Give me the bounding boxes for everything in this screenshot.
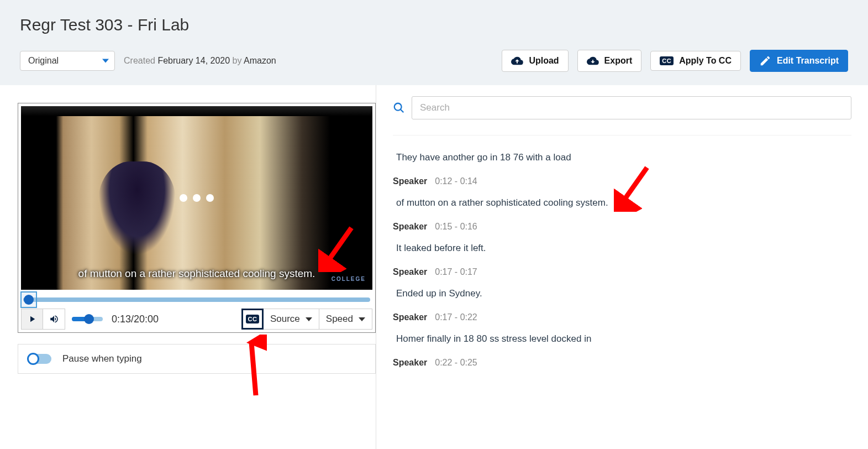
annotation-arrow-cc — [228, 335, 267, 403]
svg-point-2 — [394, 103, 402, 111]
play-button[interactable] — [21, 309, 43, 330]
search-input[interactable] — [412, 96, 851, 119]
created-text: Created February 14, 2020 by Amazon — [124, 56, 276, 66]
annotation-arrow-transcript — [614, 162, 653, 214]
transcript-line[interactable]: It leaked before it left. — [393, 243, 841, 254]
svg-line-3 — [401, 109, 404, 113]
speed-label: Speed — [326, 314, 353, 325]
pause-option-row: Pause when typing — [18, 344, 376, 374]
main: of mutton on a rather sophisticated cool… — [0, 85, 868, 449]
speaker-label: Speaker — [393, 222, 427, 231]
volume-icon — [49, 314, 59, 324]
created-date: February 14, 2020 — [157, 56, 230, 65]
transcript-line[interactable]: Homer finally in 18 80 ss stress level d… — [393, 333, 841, 344]
divider — [393, 135, 851, 135]
timestamp: 0:15 - 0:16 — [435, 222, 477, 231]
version-select[interactable]: Original — [20, 51, 115, 71]
upload-label: Upload — [529, 56, 559, 66]
caption-overlay: of mutton on a rather sophisticated cool… — [78, 268, 315, 280]
volume-slider[interactable] — [72, 317, 103, 321]
transcript-speaker: Speaker0:17 - 0:17 — [393, 267, 841, 277]
video-surface[interactable]: of mutton on a rather sophisticated cool… — [21, 106, 372, 290]
player-controls: 0:13/20:00 CC Source Speed — [21, 309, 372, 330]
seek-bar[interactable] — [23, 297, 370, 302]
header: Regr Test 303 - Fri Lab Original Created… — [0, 0, 868, 85]
export-button[interactable]: Export — [577, 50, 642, 72]
video-player: of mutton on a rather sophisticated cool… — [18, 103, 376, 333]
cc-toggle-button[interactable]: CC — [241, 309, 264, 330]
timestamp: 0:17 - 0:17 — [435, 267, 477, 276]
edit-label: Edit Transcript — [777, 56, 839, 66]
speaker-label: Speaker — [393, 176, 427, 186]
left-pane: of mutton on a rather sophisticated cool… — [0, 85, 376, 449]
version-selected: Original — [28, 56, 59, 65]
transcript-speaker: Speaker0:15 - 0:16 — [393, 222, 841, 232]
chevron-down-icon — [102, 59, 109, 63]
source-label: Source — [270, 314, 300, 325]
transcript-speaker: Speaker0:17 - 0:22 — [393, 312, 841, 322]
speaker-label: Speaker — [393, 312, 427, 322]
volume-button[interactable] — [43, 309, 65, 330]
time-display: 0:13/20:00 — [112, 314, 159, 325]
timestamp: 0:12 - 0:14 — [435, 176, 477, 186]
chevron-down-icon — [306, 317, 312, 321]
cloud-download-icon — [587, 55, 599, 67]
pause-label: Pause when typing — [62, 353, 142, 364]
annotation-arrow-caption — [318, 222, 357, 274]
source-select[interactable]: Source — [264, 309, 319, 330]
created-by: Amazon — [244, 56, 276, 65]
chevron-down-icon — [359, 317, 365, 321]
apply-cc-button[interactable]: CC Apply To CC — [650, 51, 741, 71]
speaker-label: Speaker — [393, 267, 427, 276]
search-row — [393, 96, 851, 129]
created-by-prefix: by — [230, 56, 244, 65]
transcript-scroll[interactable]: They have another go in 18 76 with a loa… — [393, 141, 851, 417]
timestamp: 0:22 - 0:25 — [435, 358, 477, 367]
cloud-upload-icon — [511, 55, 523, 67]
header-row: Original Created February 14, 2020 by Am… — [20, 50, 848, 72]
transcript-speaker: Speaker0:22 - 0:25 — [393, 358, 841, 368]
transcript-line[interactable]: They have another go in 18 76 with a loa… — [393, 152, 841, 163]
page-title: Regr Test 303 - Fri Lab — [20, 15, 848, 34]
cc-icon: CC — [660, 56, 674, 65]
speed-select[interactable]: Speed — [319, 309, 372, 330]
upload-button[interactable]: Upload — [502, 50, 568, 72]
right-pane: They have another go in 18 76 with a loa… — [376, 85, 868, 449]
pause-toggle[interactable] — [28, 354, 51, 364]
watermark: COLLEGE — [332, 276, 366, 282]
play-icon — [27, 314, 37, 324]
svg-line-0 — [325, 228, 351, 265]
search-icon — [393, 102, 405, 114]
svg-line-1 — [251, 342, 256, 395]
loading-indicator — [180, 194, 214, 202]
apply-cc-label: Apply To CC — [679, 56, 732, 66]
edit-transcript-button[interactable]: Edit Transcript — [750, 50, 848, 72]
timestamp: 0:17 - 0:22 — [435, 312, 477, 322]
svg-line-4 — [620, 168, 647, 205]
transcript-line[interactable]: Ended up in Sydney. — [393, 288, 841, 299]
created-prefix: Created — [124, 56, 157, 65]
pencil-icon — [759, 55, 771, 67]
cc-icon: CC — [246, 315, 260, 323]
speaker-label: Speaker — [393, 358, 427, 367]
export-label: Export — [604, 56, 633, 66]
seek-thumb[interactable] — [20, 291, 37, 308]
